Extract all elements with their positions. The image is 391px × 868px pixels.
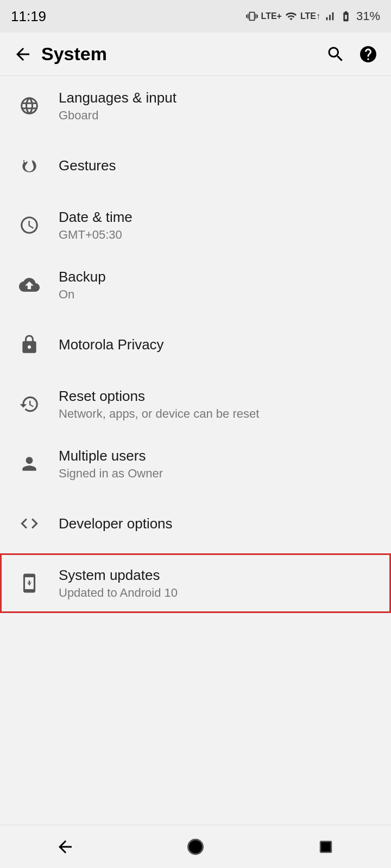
settings-item-text-backup: Backup On	[59, 269, 378, 302]
back-button[interactable]	[9, 40, 37, 68]
status-icons: LTE+ LTE↑ 31%	[246, 9, 380, 23]
vibrate-icon	[246, 10, 258, 22]
settings-item-title-gestures: Gestures	[59, 157, 378, 174]
nav-home-button[interactable]	[174, 831, 217, 863]
settings-item-title-languages: Languages & input	[59, 90, 378, 106]
settings-item-gestures[interactable]: Gestures	[0, 136, 391, 195]
settings-item-reset[interactable]: Reset options Network, apps, or device c…	[0, 374, 391, 434]
settings-item-developer[interactable]: Developer options	[0, 494, 391, 553]
settings-item-updates[interactable]: System updates Updated to Android 10	[0, 553, 391, 613]
settings-item-text-datetime: Date & time GMT+05:30	[59, 209, 378, 242]
app-bar-actions	[321, 40, 382, 68]
settings-item-title-backup: Backup	[59, 269, 378, 285]
reset-icon	[13, 388, 46, 420]
svg-rect-1	[320, 841, 331, 852]
backup-icon	[13, 269, 46, 301]
battery-icon	[339, 10, 353, 22]
gesture-icon	[13, 149, 46, 182]
settings-item-languages[interactable]: Languages & input Gboard	[0, 76, 391, 136]
settings-item-text-users: Multiple users Signed in as Owner	[59, 448, 378, 481]
lte2-icon: LTE↑	[300, 11, 320, 21]
status-bar: 11:19 LTE+ LTE↑ 31%	[0, 0, 391, 33]
settings-item-subtitle-users: Signed in as Owner	[59, 467, 378, 481]
settings-item-title-datetime: Date & time	[59, 209, 378, 226]
settings-item-text-developer: Developer options	[59, 515, 378, 532]
settings-item-title-privacy: Motorola Privacy	[59, 336, 378, 353]
status-time: 11:19	[11, 8, 46, 25]
system-update-icon	[13, 567, 46, 599]
nav-bar	[0, 825, 391, 868]
settings-item-subtitle-datetime: GMT+05:30	[59, 228, 378, 242]
page-title: System	[41, 43, 321, 65]
settings-item-text-updates: System updates Updated to Android 10	[59, 567, 378, 600]
search-button[interactable]	[321, 40, 350, 68]
user-icon	[13, 448, 46, 480]
settings-item-title-reset: Reset options	[59, 388, 378, 405]
settings-item-title-developer: Developer options	[59, 515, 378, 532]
settings-item-subtitle-backup: On	[59, 288, 378, 302]
settings-item-subtitle-updates: Updated to Android 10	[59, 586, 378, 600]
signal-icon	[324, 10, 336, 22]
settings-item-text-gestures: Gestures	[59, 157, 378, 174]
settings-item-text-languages: Languages & input Gboard	[59, 90, 378, 123]
settings-item-title-users: Multiple users	[59, 448, 378, 464]
settings-item-subtitle-reset: Network, apps, or device can be reset	[59, 407, 378, 421]
settings-item-users[interactable]: Multiple users Signed in as Owner	[0, 434, 391, 494]
settings-item-text-privacy: Motorola Privacy	[59, 336, 378, 353]
help-button[interactable]	[354, 40, 382, 68]
settings-item-backup[interactable]: Backup On	[0, 255, 391, 315]
developer-icon	[13, 507, 46, 540]
settings-item-title-updates: System updates	[59, 567, 378, 584]
settings-list: Languages & input Gboard Gestures Date &…	[0, 76, 391, 613]
lte-icon: LTE+	[261, 11, 282, 21]
battery-percent: 31%	[356, 9, 380, 23]
nav-back-button[interactable]	[43, 831, 87, 863]
nav-recent-button[interactable]	[304, 831, 348, 863]
globe-icon	[13, 90, 46, 122]
settings-item-subtitle-languages: Gboard	[59, 108, 378, 123]
privacy-icon	[13, 328, 46, 361]
settings-item-privacy[interactable]: Motorola Privacy	[0, 315, 391, 374]
wifi-icon	[285, 10, 297, 22]
settings-item-datetime[interactable]: Date & time GMT+05:30	[0, 195, 391, 255]
svg-point-0	[188, 839, 203, 854]
app-bar: System	[0, 33, 391, 76]
clock-icon	[13, 209, 46, 241]
settings-item-text-reset: Reset options Network, apps, or device c…	[59, 388, 378, 421]
